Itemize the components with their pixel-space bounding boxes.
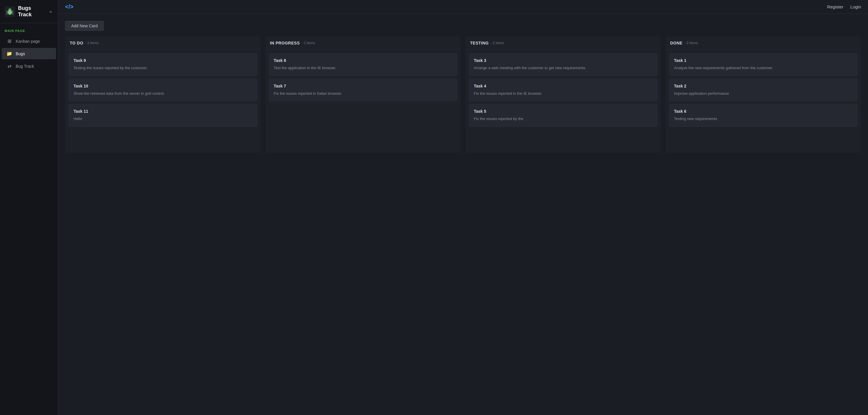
sidebar-logo-area: BugsTrack « xyxy=(0,0,58,23)
column-todo-count: - 3 Items xyxy=(85,41,99,45)
column-todo-cards: Task 9 Testing the issues reported by th… xyxy=(65,50,261,130)
bugs-icon: 📁 xyxy=(6,51,12,56)
column-todo-header: TO DO - 3 Items xyxy=(65,37,261,50)
column-done-header: DONE - 3 Items xyxy=(666,37,861,50)
column-testing-count: - 3 Items xyxy=(490,41,504,45)
card-task2[interactable]: Task 2 Improve application performance xyxy=(669,79,858,101)
card-task11-desc: Hello xyxy=(73,116,252,122)
card-task3[interactable]: Task 3 Arrange a web meeting with the cu… xyxy=(469,53,657,76)
card-task2-title: Task 2 xyxy=(674,84,853,88)
card-task8-desc: Test the application in the IE browser. xyxy=(274,65,453,71)
card-task10[interactable]: Task 10 Show the retrieved data from the… xyxy=(69,79,257,101)
collapse-button[interactable]: « xyxy=(48,8,53,15)
card-task1-desc: Analyze the new requirements gathered fr… xyxy=(674,65,853,71)
sidebar-item-bugs[interactable]: 📁 Bugs xyxy=(2,48,56,59)
kanban-board: TO DO - 3 Items Task 9 Testing the issue… xyxy=(65,37,861,153)
card-task4-title: Task 4 xyxy=(474,84,653,88)
card-task3-desc: Arrange a web meeting with the customer … xyxy=(474,65,653,71)
topbar: </> Register Login xyxy=(58,0,868,14)
sidebar-item-bugtrack-label: Bug Track xyxy=(16,64,34,69)
svg-point-2 xyxy=(8,8,11,11)
sidebar-section-label: MAIN PAGE xyxy=(0,23,58,35)
bug-logo-icon xyxy=(5,6,15,17)
card-task11-title: Task 11 xyxy=(73,109,252,114)
column-inprogress-count: - 2 Items xyxy=(302,41,315,45)
sidebar-item-bugtrack[interactable]: ⇄ Bug Track xyxy=(2,60,56,72)
logo-text: BugsTrack xyxy=(18,5,32,18)
card-task6-desc: Testing new requirements xyxy=(674,116,853,122)
sidebar-item-bugs-label: Bugs xyxy=(16,52,25,56)
svg-point-4 xyxy=(10,9,11,9)
column-todo: TO DO - 3 Items Task 9 Testing the issue… xyxy=(65,37,261,153)
column-done-cards: Task 1 Analyze the new requirements gath… xyxy=(666,50,861,130)
column-testing-cards: Task 3 Arrange a web meeting with the cu… xyxy=(465,50,661,130)
card-task7-title: Task 7 xyxy=(274,84,453,88)
card-task9-title: Task 9 xyxy=(73,58,252,63)
card-task2-desc: Improve application performance xyxy=(674,91,853,96)
column-done-title: DONE xyxy=(670,41,683,45)
card-task5[interactable]: Task 5 Fix the issues reported by the xyxy=(469,104,657,127)
card-task3-title: Task 3 xyxy=(474,58,653,63)
sidebar-item-kanban[interactable]: ⊞ Kanban page xyxy=(2,35,56,47)
card-task8-title: Task 8 xyxy=(274,58,453,63)
column-inprogress-title: IN PROGRESS xyxy=(270,41,300,45)
card-task8[interactable]: Task 8 Test the application in the IE br… xyxy=(269,53,458,76)
register-link[interactable]: Register xyxy=(827,4,843,9)
column-testing-title: TESTING xyxy=(470,41,489,45)
sidebar: BugsTrack « MAIN PAGE ⊞ Kanban page 📁 Bu… xyxy=(0,0,58,415)
column-todo-title: TO DO xyxy=(70,41,84,45)
card-task11[interactable]: Task 11 Hello xyxy=(69,104,257,127)
card-task4[interactable]: Task 4 Fix the issues reported in the IE… xyxy=(469,79,657,101)
main-content: </> Register Login Add New Card TO DO - … xyxy=(58,0,868,415)
sidebar-item-kanban-label: Kanban page xyxy=(16,39,40,43)
topbar-logo: </> xyxy=(65,3,73,10)
column-done-count: - 3 Items xyxy=(684,41,698,45)
card-task7[interactable]: Task 7 Fix the issues reported in Safari… xyxy=(269,79,458,101)
column-inprogress-cards: Task 8 Test the application in the IE br… xyxy=(266,50,461,105)
card-task4-desc: Fix the issues reported in the IE browse… xyxy=(474,91,653,96)
card-task10-title: Task 10 xyxy=(73,84,252,88)
card-task1-title: Task 1 xyxy=(674,58,853,63)
column-inprogress: IN PROGRESS - 2 Items Task 8 Test the ap… xyxy=(266,37,461,153)
kanban-icon: ⊞ xyxy=(6,38,12,44)
login-link[interactable]: Login xyxy=(850,4,861,9)
card-task10-desc: Show the retrieved data from the server … xyxy=(73,91,252,96)
card-task7-desc: Fix the issues reported in Safari browse… xyxy=(274,91,453,96)
topbar-actions: Register Login xyxy=(827,4,861,9)
column-inprogress-header: IN PROGRESS - 2 Items xyxy=(266,37,461,50)
card-task5-title: Task 5 xyxy=(474,109,653,114)
board-area: Add New Card TO DO - 3 Items Task 9 Test… xyxy=(58,14,868,415)
card-task6[interactable]: Task 6 Testing new requirements xyxy=(669,104,858,127)
card-task1[interactable]: Task 1 Analyze the new requirements gath… xyxy=(669,53,858,76)
column-testing-header: TESTING - 3 Items xyxy=(465,37,661,50)
column-testing: TESTING - 3 Items Task 3 Arrange a web m… xyxy=(465,37,661,153)
card-task9-desc: Testing the issues reported by the custo… xyxy=(73,65,252,71)
add-new-card-button[interactable]: Add New Card xyxy=(65,21,104,31)
svg-point-3 xyxy=(9,9,9,9)
card-task9[interactable]: Task 9 Testing the issues reported by th… xyxy=(69,53,257,76)
card-task5-desc: Fix the issues reported by the xyxy=(474,116,653,122)
card-task6-title: Task 6 xyxy=(674,109,853,114)
column-done: DONE - 3 Items Task 1 Analyze the new re… xyxy=(666,37,861,153)
bugtrack-icon: ⇄ xyxy=(6,63,12,69)
